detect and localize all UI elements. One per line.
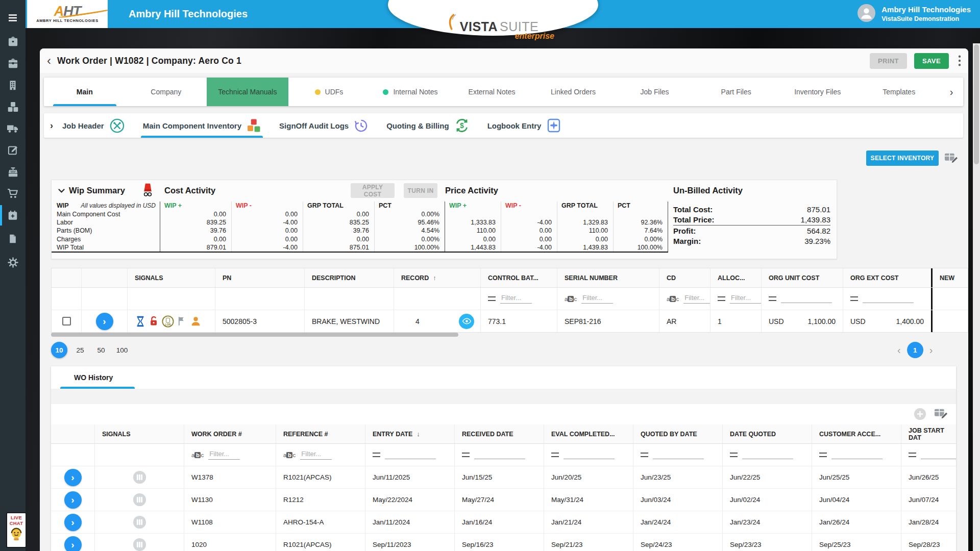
wo-filter-cell[interactable] <box>633 444 722 466</box>
live-chat-button[interactable]: LIVE CHAT <box>6 512 27 548</box>
wo-history-row[interactable]: ›1020R1021(APCAS)Sep/11/2023Sep/16/23Sep… <box>51 534 956 551</box>
filter-input[interactable]: Filter... <box>730 294 761 304</box>
tabs-overflow-chevron-icon[interactable]: › <box>940 78 963 106</box>
subnav-item-quoting-billing[interactable]: Quoting & Billing$ <box>386 113 469 138</box>
expand-row-button[interactable]: › <box>64 536 82 551</box>
wo-history-row[interactable]: ›W1130R1212May/22/2024May/27/24May/31/24… <box>51 489 956 511</box>
wo-filter-cell[interactable] <box>544 444 633 466</box>
inventory-filter-cell[interactable] <box>843 288 931 310</box>
wo-col-job-start-dat[interactable]: JOB START DAT <box>901 424 956 443</box>
more-options-icon[interactable] <box>956 55 963 66</box>
subnav-item-job-header[interactable]: Job Header <box>62 113 125 138</box>
sidebar-item-truck[interactable] <box>0 118 26 139</box>
tab-udfs[interactable]: UDFs <box>288 78 370 106</box>
company-logo[interactable]: AHT AMBRY HILL TECHNOLOGIES <box>27 0 108 28</box>
prev-page-icon[interactable]: ‹ <box>897 344 901 356</box>
page-size-10[interactable]: 10 <box>51 342 67 358</box>
lor-badge-icon[interactable]: LOR <box>162 315 174 328</box>
wo-col-eval-completed[interactable]: EVAL COMPLETED... <box>544 424 633 443</box>
wo-filter-cell[interactable] <box>812 444 901 466</box>
back-button[interactable]: ‹ <box>47 55 51 67</box>
filter-input[interactable]: Filter... <box>683 294 710 304</box>
wo-filter-cell[interactable] <box>454 444 544 466</box>
sidebar-item-cubes[interactable] <box>0 96 26 117</box>
filter-input[interactable]: Filter... <box>581 294 613 304</box>
tab-inventory-files[interactable]: Inventory Files <box>777 78 859 106</box>
inventory-col-signals[interactable]: SIGNALS <box>127 268 215 287</box>
sidebar-item-cash-register[interactable] <box>0 161 26 183</box>
inventory-col-org-ext-cost[interactable]: ORG EXT COST <box>843 268 931 287</box>
inventory-col-control-bat[interactable]: CONTROL BAT... <box>480 268 557 287</box>
sidebar-item-compose[interactable] <box>0 139 26 161</box>
table-horizontal-scrollbar[interactable] <box>51 333 458 337</box>
sidebar-item-menu[interactable] <box>0 7 26 29</box>
avatar[interactable] <box>857 4 875 24</box>
tab-main[interactable]: Main <box>44 78 126 106</box>
user-menu[interactable]: Ambry Hill Technologies VistaSuite Demon… <box>857 4 971 24</box>
apply-cost-button[interactable]: APPLY COST <box>351 183 395 198</box>
sidebar-item-document[interactable] <box>0 228 26 249</box>
wo-col-received-date[interactable]: RECEIVED DATE <box>454 424 544 443</box>
inventory-col-new[interactable]: NEW <box>931 268 968 287</box>
filter-input[interactable] <box>921 451 956 459</box>
filter-input[interactable]: Filter... <box>500 294 532 304</box>
filter-input[interactable] <box>781 295 832 303</box>
tab-wo-history[interactable]: WO History <box>74 366 113 389</box>
page-size-25[interactable]: 25 <box>72 342 88 358</box>
sidebar-item-briefcase[interactable] <box>0 31 26 52</box>
filter-input[interactable] <box>863 295 914 303</box>
inventory-data-row[interactable]: ›LOR5002805-3BRAKE, WESTWIND4773.1SEP81-… <box>52 310 968 332</box>
select-inventory-button[interactable]: SELECT INVENTORY <box>866 151 939 166</box>
next-page-icon[interactable]: › <box>929 344 933 356</box>
subnav-collapse-chevron-icon[interactable]: › <box>50 120 53 131</box>
subnav-item-logbook-entry[interactable]: Logbook Entry <box>487 113 561 138</box>
turn-in-button[interactable]: TURN IN <box>404 183 437 198</box>
sidebar-item-calendar-add[interactable] <box>0 205 26 226</box>
view-record-button[interactable] <box>459 314 474 329</box>
wo-col-reference[interactable]: REFERENCE # <box>276 424 365 443</box>
save-button[interactable]: SAVE <box>914 53 949 69</box>
tab-job-files[interactable]: Job Files <box>614 78 696 106</box>
wo-col-signals[interactable]: SIGNALS <box>94 424 184 443</box>
filter-input[interactable] <box>474 451 525 459</box>
sort-asc-icon[interactable]: ↑ <box>433 274 436 282</box>
page-scrollbar-thumb[interactable] <box>974 44 979 164</box>
expand-row-button[interactable]: › <box>64 491 82 509</box>
inventory-col-description[interactable]: DESCRIPTION <box>304 268 394 287</box>
sidebar-item-cart[interactable] <box>0 183 26 204</box>
table-edit-icon[interactable] <box>934 407 948 422</box>
inventory-col-alloc[interactable]: ALLOC... <box>710 268 761 287</box>
inventory-filter-cell[interactable] <box>761 288 843 310</box>
inventory-filter-cell[interactable]: Filter... <box>710 288 761 310</box>
subnav-item-signoff-audit-logs[interactable]: SignOff Audit Logs <box>279 113 368 138</box>
wo-filter-cell[interactable] <box>365 444 454 466</box>
sidebar-item-toolbox[interactable] <box>0 53 26 74</box>
filter-input[interactable]: Filter... <box>300 450 332 460</box>
wip-summary-toggle[interactable]: Wip Summary <box>58 180 125 201</box>
filter-input[interactable] <box>831 451 883 459</box>
inventory-col-pn[interactable]: PN <box>215 268 304 287</box>
print-button[interactable]: PRINT <box>870 53 907 69</box>
wo-history-row[interactable]: ›W1108AHRO-154-AJan/11/2024Jan/16/24Jan/… <box>51 511 956 534</box>
wo-filter-cell[interactable] <box>901 444 956 466</box>
row-checkbox[interactable] <box>62 317 71 325</box>
wo-col-date-quoted[interactable]: DATE QUOTED <box>722 424 812 443</box>
wo-filter-cell[interactable] <box>722 444 812 466</box>
wo-col-entry-date[interactable]: ENTRY DATE↓ <box>365 424 454 443</box>
wo-filter-cell[interactable]: abcFilter... <box>276 444 365 466</box>
inventory-col-serial-number[interactable]: SERIAL NUMBER <box>557 268 659 287</box>
sidebar-item-gear[interactable] <box>0 252 26 273</box>
wo-history-row[interactable]: ›W1378R1021(APCAS)Jun/11/2025Jun/15/25Ju… <box>51 466 956 489</box>
inventory-filter-cell[interactable]: abcFilter... <box>659 288 710 310</box>
sort-desc-icon[interactable]: ↓ <box>416 430 420 438</box>
expand-row-button[interactable]: › <box>64 469 82 486</box>
wo-filter-cell[interactable]: abcFilter... <box>184 444 276 466</box>
inventory-col-record[interactable]: RECORD↑ <box>394 268 480 287</box>
add-row-icon[interactable] <box>914 408 926 422</box>
filter-input[interactable]: Filter... <box>208 450 240 460</box>
tab-linked-orders[interactable]: Linked Orders <box>532 78 614 106</box>
filter-input[interactable] <box>385 451 436 459</box>
wo-col-work-order[interactable]: WORK ORDER # <box>184 424 276 443</box>
table-edit-icon[interactable] <box>944 152 959 167</box>
hourglass-icon[interactable] <box>135 316 146 327</box>
